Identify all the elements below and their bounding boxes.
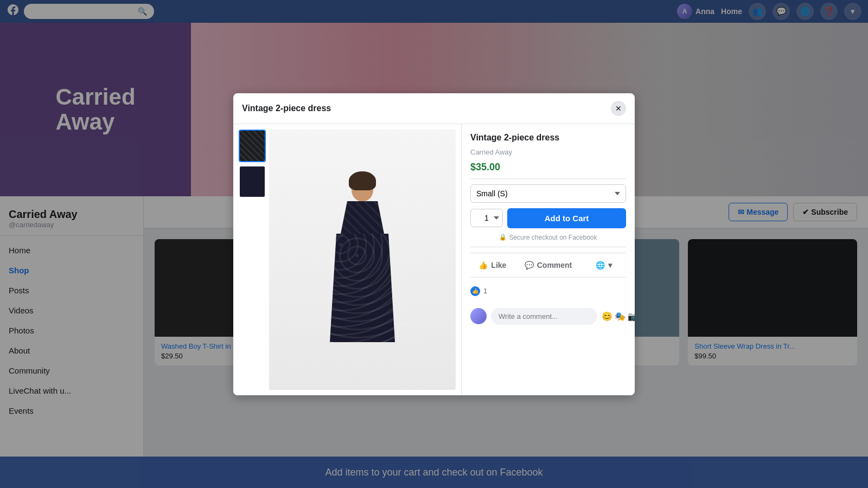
thumbs-up-icon: 👍 — [478, 261, 488, 269]
like-button[interactable]: 👍 Like — [470, 258, 515, 273]
dropdown-arrow: ▾ — [608, 261, 612, 269]
model-head — [352, 177, 373, 201]
modal-overlay[interactable]: Vintage 2-piece dress ✕ — [0, 0, 868, 488]
add-to-cart-button[interactable]: Add to Cart — [507, 208, 626, 228]
globe-reaction-icon: 🌐 — [596, 261, 605, 269]
product-modal: Vintage 2-piece dress ✕ — [233, 93, 635, 395]
modal-close-button[interactable]: ✕ — [611, 101, 626, 116]
size-selector[interactable]: Small (S) Medium (M) Large (L) X-Large (… — [470, 184, 626, 203]
comment-input-row: 😊 🎭 📷 ✏️ — [470, 305, 626, 328]
modal-title: Vintage 2-piece dress — [242, 104, 331, 113]
lock-icon: 🔒 — [499, 234, 507, 241]
reactions-row: 👍 1 — [470, 283, 626, 299]
more-reactions-button[interactable]: 🌐 ▾ — [582, 258, 626, 273]
modal-body: Vintage 2-piece dress Carried Away $35.0… — [233, 124, 635, 395]
model-skirt — [330, 234, 395, 342]
comment-button[interactable]: 💬 Comment — [517, 258, 580, 273]
thumb-image-2 — [240, 166, 265, 197]
divider — [470, 178, 626, 179]
thumbnail-2[interactable] — [239, 165, 266, 198]
emoji-icon[interactable]: 😊 — [602, 311, 612, 322]
divider-2 — [470, 247, 626, 247]
model-figure — [330, 177, 395, 342]
model-hair — [349, 171, 376, 190]
secure-checkout-label: 🔒 Secure checkout on Facebook — [470, 234, 626, 241]
image-inner — [269, 130, 456, 390]
sticker-icon[interactable]: 🎭 — [615, 311, 626, 322]
thumb-image-1 — [240, 131, 265, 161]
commenter-avatar — [470, 308, 487, 324]
quantity-selector[interactable]: 1 2 3 — [470, 209, 503, 227]
detail-price: $35.00 — [470, 162, 626, 173]
comment-input[interactable] — [491, 308, 597, 325]
like-badge: 👍 — [470, 286, 480, 296]
reactions-bar: 👍 Like 💬 Comment 🌐 ▾ — [470, 253, 626, 278]
gallery-thumbnails — [239, 130, 266, 390]
qty-cart-row: 1 2 3 Add to Cart — [470, 208, 626, 228]
modal-header: Vintage 2-piece dress ✕ — [233, 93, 635, 124]
comment-icon: 💬 — [525, 261, 534, 269]
detail-product-name: Vintage 2-piece dress — [470, 133, 626, 143]
main-product-image — [269, 130, 456, 390]
modal-details: Vintage 2-piece dress Carried Away $35.0… — [461, 124, 635, 395]
modal-gallery — [233, 124, 461, 395]
model-top — [341, 201, 384, 234]
like-count: 1 — [483, 287, 487, 295]
gif-icon[interactable]: 📷 — [628, 311, 635, 322]
comment-icons: 😊 🎭 📷 ✏️ — [602, 311, 635, 322]
thumbnail-1[interactable] — [239, 130, 266, 162]
detail-store-name: Carried Away — [470, 148, 626, 156]
